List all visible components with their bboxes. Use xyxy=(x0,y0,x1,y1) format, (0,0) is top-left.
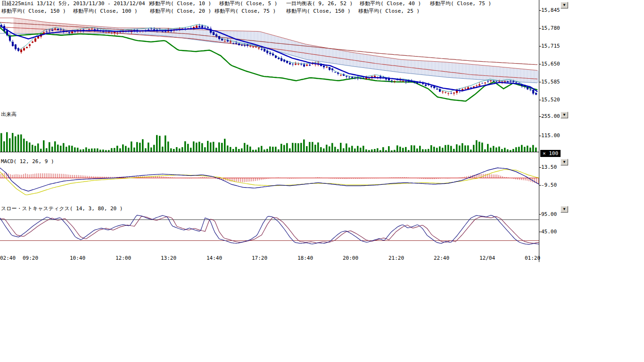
volume-bar xyxy=(108,150,110,152)
candle-body xyxy=(29,44,31,46)
candle-body xyxy=(218,36,220,39)
volume-bar xyxy=(283,145,285,152)
candle-body xyxy=(493,81,495,82)
volume-bar xyxy=(131,141,132,152)
macd-line xyxy=(0,168,539,191)
volume-bar xyxy=(340,143,342,152)
candle-body xyxy=(394,81,396,82)
volume-bar xyxy=(119,148,121,152)
volume-bar xyxy=(462,143,463,152)
candle-body xyxy=(343,74,345,76)
volume-bar xyxy=(326,145,328,152)
volume-bar xyxy=(312,142,314,152)
chart-canvas[interactable] xyxy=(0,0,644,362)
volume-bar xyxy=(37,143,39,152)
legend-item-row2-5: 移動平均( Close, 25 ) xyxy=(358,8,420,14)
volume-bar xyxy=(122,144,124,152)
volume-bar xyxy=(473,145,475,152)
volume-bar xyxy=(252,150,254,152)
candle-body xyxy=(527,87,528,90)
volume-bar xyxy=(422,149,424,152)
macd-panel-menu-button[interactable]: ▼ xyxy=(561,159,568,165)
candle-body xyxy=(445,92,446,93)
volume-bar xyxy=(532,145,534,152)
volume-bar xyxy=(484,149,486,152)
candle-body xyxy=(360,78,362,79)
legend-item-row1-3: 一目均衡表( 9, 26, 52 ) xyxy=(286,1,353,7)
volume-bar xyxy=(83,149,84,152)
candle-body xyxy=(529,90,531,90)
candle-body xyxy=(512,81,514,82)
volume-bar xyxy=(85,148,87,152)
candle-body xyxy=(464,89,466,89)
volume-bar xyxy=(148,142,149,152)
volume-bar xyxy=(382,147,384,152)
stoch-axis-label: 95.00 xyxy=(541,212,557,217)
candle-body xyxy=(323,66,325,67)
volume-bar xyxy=(515,147,517,152)
candle-body xyxy=(272,54,274,56)
time-axis-label: 01:20 xyxy=(525,255,540,261)
volume-bar xyxy=(111,148,113,152)
candle-body xyxy=(51,30,53,31)
volume-bar xyxy=(17,135,19,152)
volume-bar xyxy=(196,143,198,152)
volume-bar xyxy=(139,143,141,152)
volume-bar xyxy=(54,141,56,152)
stoch-axis-label: 45.00 xyxy=(541,229,557,235)
volume-bar xyxy=(527,146,528,152)
volume-bar xyxy=(396,145,398,152)
volume-bar xyxy=(12,133,14,152)
candle-body xyxy=(148,30,149,30)
candle-body xyxy=(453,93,455,94)
volume-bar xyxy=(447,145,449,152)
volume-bar xyxy=(23,139,25,152)
candle-body xyxy=(354,78,356,78)
volume-bar xyxy=(9,138,11,152)
candle-body xyxy=(258,48,260,49)
volume-bar xyxy=(204,147,206,152)
volume-bar xyxy=(162,147,164,152)
volume-bar xyxy=(408,150,410,152)
volume-bar xyxy=(416,148,418,152)
candle-body xyxy=(348,77,350,77)
volume-bar xyxy=(272,147,274,152)
candle-body xyxy=(532,90,534,94)
volume-bar xyxy=(380,150,381,152)
volume-bar xyxy=(309,142,311,152)
volume-bar xyxy=(133,148,135,152)
candle-body xyxy=(281,58,282,61)
volume-bar xyxy=(71,146,73,152)
candle-body xyxy=(479,84,480,85)
volume-bar xyxy=(221,143,223,152)
candle-body xyxy=(68,32,70,33)
price-panel-menu-button[interactable]: ▼ xyxy=(561,2,568,8)
candle-body xyxy=(295,64,297,65)
volume-bar xyxy=(32,145,33,152)
candle-body xyxy=(153,29,155,30)
candle-body xyxy=(249,46,251,47)
volume-bar xyxy=(269,147,271,152)
candle-body xyxy=(244,45,246,46)
volume-bar xyxy=(128,148,130,152)
dropdown-icon: ▼ xyxy=(563,207,566,211)
legend-item-row1-1: 移動平均( Close, 10 ) xyxy=(150,1,211,7)
volume-bar xyxy=(198,142,200,152)
macd-panel-label: MACD( 12, 26, 9 ) xyxy=(1,159,54,165)
volume-bar xyxy=(255,150,257,152)
volume-bar xyxy=(88,149,90,152)
volume-bar xyxy=(66,147,67,152)
volume-bar xyxy=(411,145,413,152)
volume-bar xyxy=(295,143,297,152)
volume-bar xyxy=(504,148,506,152)
candle-body xyxy=(204,27,206,27)
stoch-panel-menu-button[interactable]: ▼ xyxy=(561,206,568,213)
candle-body xyxy=(326,67,328,68)
time-axis-label: 14:40 xyxy=(206,255,222,261)
candle-body xyxy=(425,84,427,86)
candle-body xyxy=(402,81,404,82)
volume-panel-menu-button[interactable]: ▼ xyxy=(561,112,568,118)
candle-body xyxy=(346,76,347,77)
volume-bar xyxy=(323,148,325,152)
candle-body xyxy=(26,47,28,48)
